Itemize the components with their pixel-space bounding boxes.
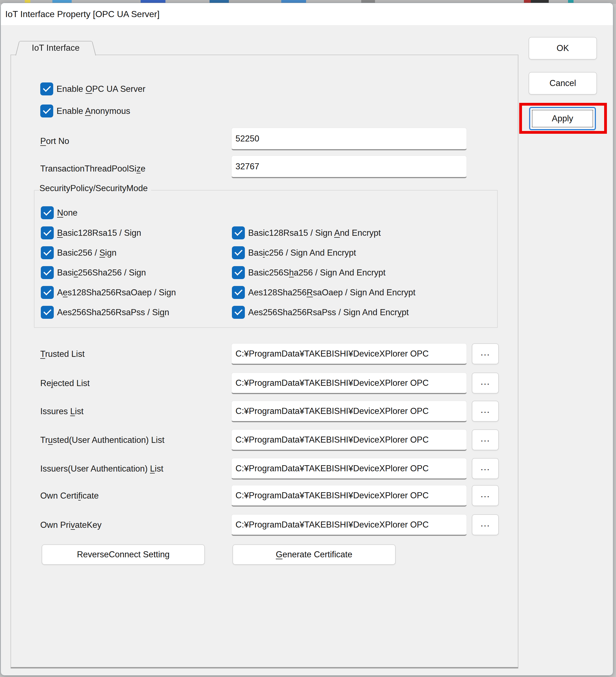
apply-button[interactable]: Apply bbox=[529, 107, 596, 130]
tab-panel bbox=[10, 55, 518, 669]
ok-button[interactable]: OK bbox=[529, 37, 597, 59]
dialog-window: IoT Interface Property [OPC UA Server] I… bbox=[1, 3, 613, 676]
titlebar[interactable]: IoT Interface Property [OPC UA Server] bbox=[1, 3, 613, 25]
cancel-button[interactable]: Cancel bbox=[529, 72, 597, 95]
tab-iot-interface-label: IoT Interface bbox=[15, 41, 96, 55]
window-title: IoT Interface Property [OPC UA Server] bbox=[5, 9, 160, 19]
